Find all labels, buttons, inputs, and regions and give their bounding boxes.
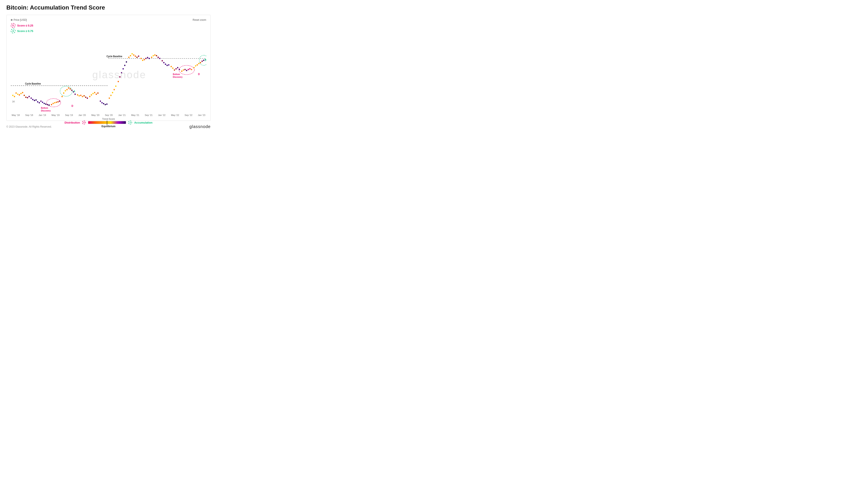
svg-point-70 [133, 54, 134, 56]
svg-point-84 [158, 57, 159, 58]
svg-point-105 [195, 65, 196, 67]
svg-point-11 [31, 98, 32, 99]
y-axis-1k: 1K [12, 100, 15, 103]
svg-point-34 [70, 88, 71, 90]
xaxis-label-8: Jan '21 [118, 114, 126, 116]
xaxis-label-6: May '20 [91, 114, 99, 116]
svg-point-25 [54, 102, 56, 104]
xaxis-label-12: May '22 [171, 114, 179, 116]
svg-point-109 [202, 61, 203, 62]
xaxis-label-10: Sep '21 [145, 114, 152, 116]
svg-point-103 [191, 69, 192, 70]
xaxis-label-7: Sep '20 [105, 114, 113, 116]
svg-point-74 [140, 58, 142, 59]
svg-point-49 [95, 93, 97, 95]
svg-point-79 [149, 58, 150, 59]
svg-point-39 [79, 95, 80, 96]
svg-point-78 [147, 57, 148, 58]
svg-point-90 [168, 64, 169, 66]
svg-point-58 [112, 92, 113, 93]
svg-point-9 [27, 97, 28, 99]
svg-point-53 [103, 103, 104, 104]
svg-point-87 [163, 62, 164, 64]
svg-point-102 [189, 68, 191, 70]
svg-point-101 [188, 69, 189, 70]
a-badge: A [11, 29, 15, 33]
a-label-right: A [205, 59, 206, 62]
trend-a-badge: A [128, 121, 132, 124]
svg-point-82 [154, 54, 156, 56]
distribution-label: Distribution [65, 121, 80, 124]
svg-point-97 [181, 70, 182, 72]
svg-point-67 [128, 57, 129, 58]
svg-point-22 [48, 104, 50, 106]
svg-point-5 [20, 93, 22, 94]
svg-point-3 [17, 93, 19, 95]
svg-point-69 [132, 53, 133, 55]
xaxis-label-9: May '21 [131, 114, 139, 116]
svg-point-4 [19, 94, 20, 96]
svg-point-83 [156, 55, 157, 57]
svg-point-14 [35, 99, 37, 101]
svg-point-94 [175, 68, 177, 70]
svg-point-91 [171, 66, 172, 67]
svg-point-29 [61, 96, 63, 97]
accumulation-circle-1 [60, 86, 72, 96]
trend-score-title: Trend Score [102, 118, 115, 120]
svg-point-31 [65, 90, 66, 92]
svg-point-60 [115, 86, 116, 87]
svg-point-44 [87, 98, 88, 99]
bottom-discovery-label-2: Bottom [173, 73, 180, 76]
svg-point-66 [126, 61, 127, 63]
svg-point-27 [57, 101, 59, 103]
price-dots-2018 [12, 53, 206, 106]
svg-point-99 [184, 69, 186, 70]
score-a-label: Score ≥ 0.75 [17, 30, 33, 33]
svg-point-86 [162, 60, 163, 61]
svg-point-89 [167, 65, 168, 66]
xaxis-label-2: Jan '19 [38, 114, 46, 116]
trend-d-badge: D [82, 121, 86, 124]
gradient-bar [88, 121, 126, 124]
svg-point-16 [39, 102, 40, 104]
svg-point-38 [77, 94, 78, 96]
gradient-bar-tick [107, 121, 107, 125]
xaxis-label-4: Sep '19 [65, 114, 73, 116]
svg-point-77 [145, 58, 147, 59]
svg-point-6 [22, 92, 23, 93]
svg-point-41 [82, 96, 83, 97]
trend-score-legend: Trend Score Distribution D A Accumulatio… [11, 118, 206, 128]
svg-point-71 [135, 56, 136, 57]
svg-point-19 [44, 103, 45, 104]
svg-point-72 [136, 57, 138, 58]
xaxis-label-13: Sep '22 [185, 114, 192, 116]
svg-point-52 [101, 102, 103, 104]
d-badge: D [11, 23, 15, 28]
svg-point-2 [15, 92, 17, 94]
svg-point-1 [14, 96, 15, 97]
bottom-discovery-circle-1 [46, 99, 61, 107]
svg-point-30 [63, 92, 65, 94]
bottom-discovery-label-2b: Discovery [173, 76, 182, 78]
xaxis-label-11: Jan '22 [158, 114, 165, 116]
svg-point-65 [124, 65, 125, 66]
svg-point-20 [45, 103, 46, 105]
accumulation-label: Accumulation [134, 121, 152, 124]
svg-point-61 [118, 81, 119, 82]
chart-area: glassnode Cycle Baseline Cycle Bas [11, 35, 206, 114]
svg-point-73 [138, 56, 139, 57]
reset-zoom-button[interactable]: Reset zoom [193, 19, 206, 21]
svg-point-75 [142, 59, 143, 61]
xaxis-label-5: Jan '20 [78, 114, 86, 116]
svg-point-63 [121, 72, 122, 73]
xaxis-label-0: May '18 [12, 114, 20, 116]
svg-point-13 [34, 100, 35, 101]
legend-item-d: D Score ≤ 0.25 [11, 23, 33, 28]
svg-point-50 [97, 92, 99, 94]
score-d-label: Score ≤ 0.25 [17, 24, 33, 27]
svg-point-26 [56, 102, 57, 103]
svg-point-15 [37, 101, 38, 103]
svg-point-10 [28, 96, 30, 97]
bottom-discovery-label-1: Bottom [41, 107, 48, 109]
price-label: Price [USD] [11, 19, 33, 21]
